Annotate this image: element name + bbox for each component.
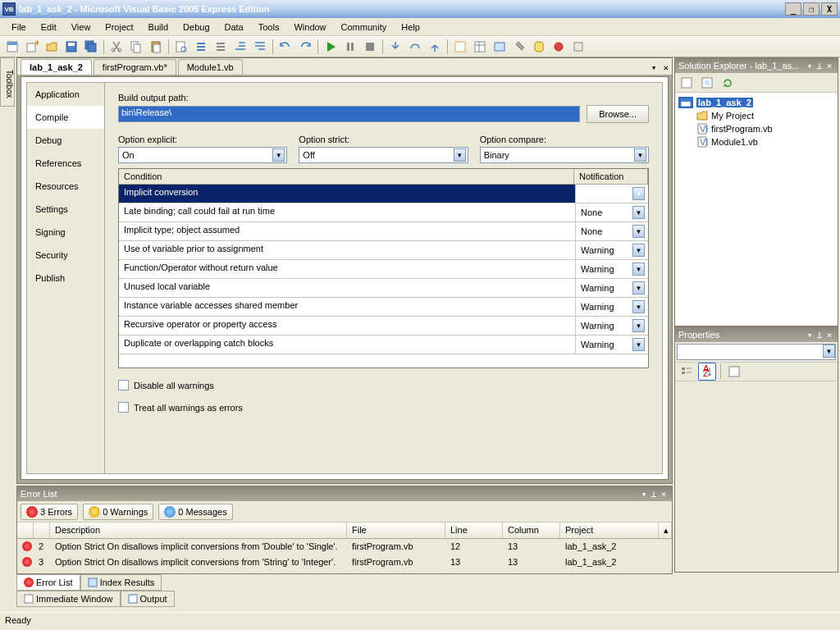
menu-file[interactable]: File	[5, 20, 33, 34]
condition-row[interactable]: Implicit conversionNone▼	[119, 185, 648, 203]
tree-node[interactable]: VBfirstProgram.vb	[678, 122, 834, 135]
scroll-up-icon[interactable]: ▴	[659, 523, 672, 538]
menu-debug[interactable]: Debug	[176, 20, 216, 34]
side-tab-application[interactable]: Application	[27, 83, 104, 106]
more-icon[interactable]	[569, 38, 587, 56]
condition-row[interactable]: Late binding; call could fail at run tim…	[119, 203, 648, 222]
tree-node[interactable]: lab_1_ask_2	[678, 96, 834, 109]
alphabetical-icon[interactable]: AZ	[698, 363, 716, 381]
condition-row[interactable]: Implicit type; object assumedNone▼	[119, 222, 648, 241]
notification-combo[interactable]: Warning▼	[576, 279, 648, 297]
col-description[interactable]: Description	[50, 523, 347, 538]
refresh-icon[interactable]	[719, 74, 737, 92]
paste-icon[interactable]	[147, 38, 165, 56]
pin-icon[interactable]: ⊥	[815, 61, 824, 71]
close-icon[interactable]: ×	[824, 330, 834, 340]
save-icon[interactable]	[62, 38, 80, 56]
notification-combo[interactable]: Warning▼	[576, 336, 648, 354]
option-explicit-combo[interactable]: On▼	[118, 147, 287, 163]
tree-node[interactable]: VBModule1.vb	[678, 135, 834, 148]
solution-tree[interactable]: lab_1_ask_2My ProjectVBfirstProgram.vbVB…	[675, 93, 838, 152]
side-tab-signing[interactable]: Signing	[27, 221, 104, 244]
tab-firstprogram[interactable]: firstProgram.vb*	[94, 59, 176, 75]
side-tab-debug[interactable]: Debug	[27, 129, 104, 152]
close-button[interactable]: X	[821, 2, 838, 16]
close-icon[interactable]: ×	[824, 61, 834, 71]
tab-index-results[interactable]: Index Results	[80, 574, 162, 591]
notification-combo[interactable]: Warning▼	[576, 241, 648, 259]
column-notification[interactable]: Notification	[574, 169, 648, 184]
categorized-icon[interactable]	[678, 363, 696, 381]
close-icon[interactable]: ×	[659, 489, 669, 500]
minimize-button[interactable]: _	[785, 2, 801, 16]
stop-icon[interactable]	[361, 38, 379, 56]
menu-help[interactable]: Help	[395, 20, 427, 34]
comment-icon[interactable]	[192, 38, 210, 56]
browse-button[interactable]: Browse...	[587, 105, 649, 123]
tab-close-icon[interactable]: ✕	[660, 61, 672, 75]
col-line[interactable]: Line	[445, 523, 503, 538]
messages-filter[interactable]: 0 Messages	[158, 504, 232, 520]
menu-build[interactable]: Build	[142, 20, 175, 34]
step-over-icon[interactable]	[406, 38, 424, 56]
new-project-icon[interactable]	[3, 38, 21, 56]
col-project[interactable]: Project	[560, 523, 659, 538]
condition-row[interactable]: Use of variable prior to assignmentWarni…	[119, 241, 648, 260]
object-browser-icon[interactable]	[491, 38, 509, 56]
properties-icon[interactable]	[678, 74, 696, 92]
tab-error-list[interactable]: Error List	[16, 574, 80, 591]
start-icon[interactable]	[322, 38, 340, 56]
col-column[interactable]: Column	[503, 523, 560, 538]
side-tab-security[interactable]: Security	[27, 244, 104, 267]
pause-icon[interactable]	[341, 38, 359, 56]
treat-as-errors-checkbox[interactable]	[118, 402, 129, 413]
disable-warnings-checkbox[interactable]	[118, 380, 129, 390]
side-tab-references[interactable]: References	[27, 152, 104, 175]
data-sources-icon[interactable]	[530, 38, 548, 56]
notification-combo[interactable]: Warning▼	[576, 298, 648, 316]
side-tab-publish[interactable]: Publish	[27, 267, 104, 290]
properties-icon[interactable]	[471, 38, 489, 56]
step-out-icon[interactable]	[426, 38, 444, 56]
tab-output[interactable]: Output	[121, 591, 175, 607]
notification-combo[interactable]: Warning▼	[576, 317, 648, 335]
undo-icon[interactable]	[276, 38, 294, 56]
start-page-icon[interactable]	[550, 38, 568, 56]
menu-edit[interactable]: Edit	[34, 20, 63, 34]
condition-row[interactable]: Function/Operator without return valueWa…	[119, 260, 648, 279]
notification-combo[interactable]: Warning▼	[576, 260, 648, 278]
notification-combo[interactable]: None▼	[576, 185, 648, 203]
tab-dropdown-icon[interactable]: ▾	[648, 61, 660, 75]
build-output-path-input[interactable]: bin\Release\	[118, 106, 580, 122]
condition-row[interactable]: Recursive operator or property accessWar…	[119, 317, 648, 336]
dropdown-icon[interactable]: ▾	[805, 61, 815, 71]
property-pages-icon[interactable]	[725, 363, 743, 381]
side-tab-resources[interactable]: Resources	[27, 175, 104, 198]
menu-project[interactable]: Project	[98, 20, 139, 34]
condition-row[interactable]: Instance variable accesses shared member…	[119, 298, 648, 317]
option-compare-combo[interactable]: Binary▼	[480, 147, 649, 163]
show-all-icon[interactable]	[698, 74, 716, 92]
notification-combo[interactable]: None▼	[576, 203, 648, 221]
dropdown-icon[interactable]: ▾	[805, 330, 815, 340]
tab-immediate-window[interactable]: Immediate Window	[16, 591, 121, 607]
menu-tools[interactable]: Tools	[252, 20, 286, 34]
copy-icon[interactable]	[127, 38, 145, 56]
pin-icon[interactable]: ⊥	[815, 330, 824, 340]
errors-filter[interactable]: 3 Errors	[21, 504, 78, 520]
condition-row[interactable]: Unused local variableWarning▼	[119, 279, 648, 298]
save-all-icon[interactable]	[82, 38, 100, 56]
tab-module1[interactable]: Module1.vb	[178, 59, 243, 75]
side-tab-settings[interactable]: Settings	[27, 198, 104, 221]
menu-community[interactable]: Community	[335, 20, 394, 34]
error-row[interactable]: 3Option Strict On disallows implicit con…	[17, 555, 672, 570]
restore-button[interactable]: ❐	[803, 2, 819, 16]
solution-explorer-icon[interactable]	[451, 38, 469, 56]
dropdown-icon[interactable]: ▾	[639, 489, 649, 500]
column-condition[interactable]: Condition	[119, 169, 574, 184]
tab-project-properties[interactable]: lab_1_ask_2	[21, 59, 92, 75]
menu-view[interactable]: View	[65, 20, 98, 34]
option-strict-combo[interactable]: Off▼	[299, 147, 468, 163]
col-file[interactable]: File	[347, 523, 445, 538]
find-icon[interactable]	[172, 38, 190, 56]
